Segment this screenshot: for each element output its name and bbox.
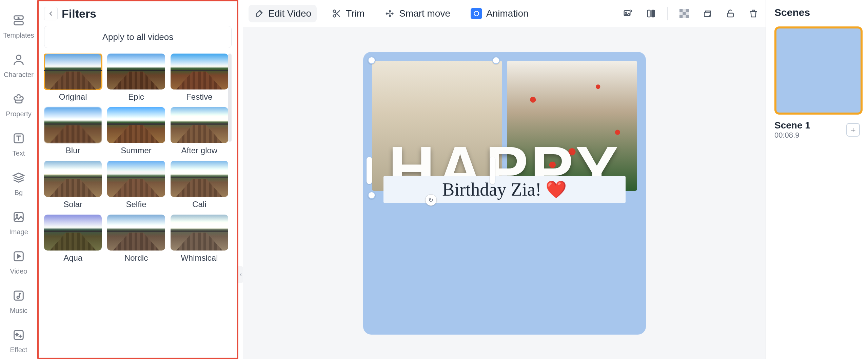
filter-item-epic[interactable]: Epic <box>107 54 165 102</box>
filter-thumbnail[interactable] <box>107 54 165 89</box>
filter-item-original[interactable]: Original <box>44 54 102 102</box>
nav-label: Music <box>10 307 27 315</box>
filter-item-blur[interactable]: Blur <box>44 107 102 155</box>
filter-label: Aqua <box>63 253 82 263</box>
smart-move-label: Smart move <box>399 8 450 19</box>
filter-thumbnail[interactable] <box>107 161 165 197</box>
edit-video-button[interactable]: Edit Video <box>249 5 317 22</box>
scene-name: Scene 1 <box>774 120 810 131</box>
templates-icon <box>12 14 25 29</box>
trash-icon <box>748 8 758 19</box>
filter-scrollbar[interactable] <box>228 54 232 142</box>
svg-rect-18 <box>648 10 650 17</box>
filter-thumbnail[interactable] <box>107 107 165 143</box>
flip-button[interactable] <box>644 7 658 20</box>
scenes-panel: Scenes Scene 1 00:08.9 + <box>766 0 868 359</box>
animation-icon <box>471 8 482 19</box>
filter-item-festive[interactable]: Festive <box>171 54 228 102</box>
scene-thumbnail[interactable] <box>774 26 863 115</box>
svg-point-3 <box>16 215 18 216</box>
filter-thumbnail[interactable] <box>44 215 102 251</box>
transparency-button[interactable] <box>677 7 691 20</box>
smart-move-icon <box>385 8 395 19</box>
filter-thumbnail[interactable] <box>44 107 102 143</box>
smart-move-button[interactable]: Smart move <box>379 5 456 22</box>
filter-item-aqua[interactable]: Aqua <box>44 215 102 263</box>
filter-thumbnail[interactable] <box>171 215 228 251</box>
svg-rect-26 <box>704 12 710 17</box>
apply-all-button[interactable]: Apply to all videos <box>44 26 232 48</box>
delete-button[interactable] <box>747 7 760 20</box>
trim-button[interactable]: Trim <box>326 5 370 22</box>
add-scene-button[interactable]: + <box>846 123 860 137</box>
nav-label: Text <box>13 149 25 157</box>
filter-label: Solar <box>63 200 82 209</box>
unlock-icon <box>725 8 735 19</box>
replace-image-button[interactable] <box>621 7 635 20</box>
nav-item-video[interactable]: Video <box>10 250 27 275</box>
filter-item-cali[interactable]: Cali <box>171 161 228 209</box>
photo-slot-2[interactable] <box>507 61 637 191</box>
selection-handle[interactable] <box>368 57 375 64</box>
filter-item-summer[interactable]: Summer <box>107 107 165 155</box>
nav-item-property[interactable]: Property <box>6 92 32 118</box>
filter-thumbnail[interactable] <box>107 215 165 251</box>
nav-item-text[interactable]: Text <box>12 132 25 157</box>
canvas-card[interactable]: HAPPY Birthday Zia! ❤️ ↻ <box>363 52 646 335</box>
toolbar-separator <box>667 7 668 20</box>
filter-thumbnail[interactable] <box>44 161 102 197</box>
filters-title: Filters <box>62 7 96 20</box>
nav-item-templates[interactable]: Templates <box>3 14 34 39</box>
lock-button[interactable] <box>724 7 737 20</box>
nav-label: Character <box>4 71 34 79</box>
photo-slot-1[interactable] <box>372 61 502 191</box>
canvas-area[interactable]: HAPPY Birthday Zia! ❤️ ↻ <box>243 27 766 359</box>
selection-handle[interactable] <box>368 192 375 199</box>
animation-button[interactable]: Animation <box>465 4 534 23</box>
nav-label: Templates <box>3 32 34 39</box>
layer-button[interactable] <box>701 7 714 20</box>
svg-rect-21 <box>679 9 683 12</box>
image-icon <box>12 210 25 225</box>
filter-thumbnail[interactable] <box>171 107 228 143</box>
music-icon <box>12 289 25 304</box>
back-button[interactable] <box>44 7 58 20</box>
svg-rect-19 <box>652 10 655 17</box>
filter-item-selfie[interactable]: Selfie <box>107 161 165 209</box>
subtitle-bar[interactable]: Birthday Zia! ❤️ <box>383 176 626 203</box>
selection-side-handle[interactable] <box>490 157 495 184</box>
svg-point-0 <box>16 55 21 60</box>
svg-rect-22 <box>683 12 686 15</box>
rotate-handle[interactable]: ↻ <box>425 194 437 206</box>
filter-thumbnail[interactable] <box>171 161 228 197</box>
selection-handle[interactable] <box>492 57 500 64</box>
nav-item-music[interactable]: Music <box>10 289 27 315</box>
nav-item-effect[interactable]: Effect <box>10 328 27 354</box>
filter-label: Summer <box>121 146 152 155</box>
video-icon <box>12 250 25 265</box>
nav-item-bg[interactable]: Bg <box>12 171 25 197</box>
property-icon <box>12 92 25 107</box>
svg-point-17 <box>626 12 627 14</box>
filter-label: Blur <box>66 146 80 155</box>
selection-side-handle[interactable] <box>367 157 372 184</box>
nav-label: Bg <box>15 189 23 197</box>
filter-grid-scroll[interactable]: Original Epic Festive Blur Summer After … <box>44 54 232 352</box>
filter-thumbnail[interactable] <box>44 54 102 89</box>
svg-rect-24 <box>679 15 683 18</box>
svg-point-9 <box>333 15 336 17</box>
filter-thumbnail[interactable] <box>171 54 228 89</box>
toolbar: Edit Video Trim Smart move Animation <box>243 0 766 27</box>
scene-item[interactable]: Scene 1 00:08.9 + <box>774 26 860 140</box>
bg-icon <box>12 171 25 186</box>
nav-item-image[interactable]: Image <box>9 210 28 236</box>
filter-item-solar[interactable]: Solar <box>44 161 102 209</box>
editor-area: Edit Video Trim Smart move Animation <box>243 0 766 359</box>
filter-item-nordic[interactable]: Nordic <box>107 215 165 263</box>
chevron-left-icon <box>47 10 55 17</box>
svg-rect-27 <box>727 13 733 17</box>
nav-item-character[interactable]: Character <box>4 53 34 79</box>
filter-item-whimsical[interactable]: Whimsical <box>171 215 228 263</box>
filter-item-after-glow[interactable]: After glow <box>171 107 228 155</box>
collapse-panel-handle[interactable] <box>238 266 243 283</box>
